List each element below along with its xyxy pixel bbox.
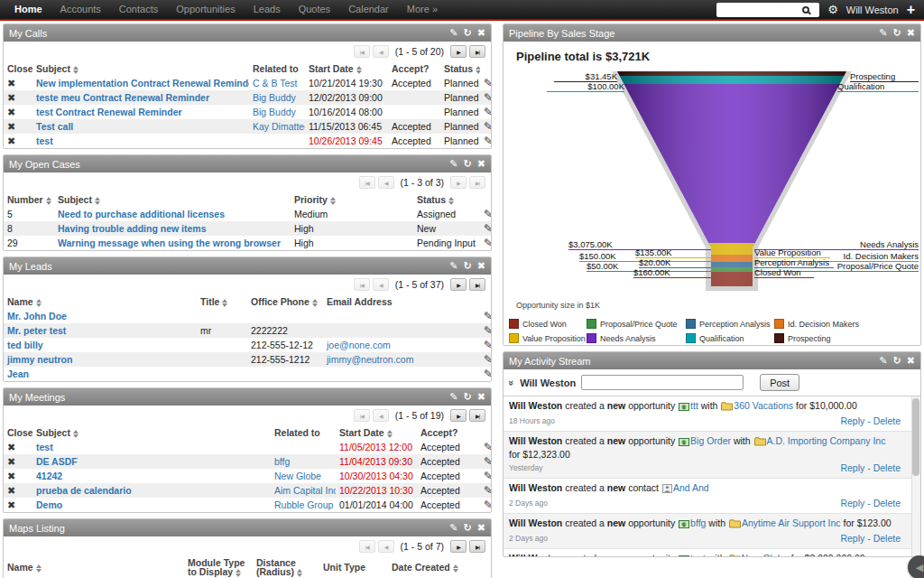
column-header[interactable]: Number (4, 192, 54, 207)
edit-row-icon[interactable]: ✎ (484, 106, 492, 118)
dashlet-header[interactable]: Maps Listing✎↻✖ (4, 519, 491, 536)
close-row-icon[interactable]: ✖ (7, 471, 15, 481)
edit-row-icon[interactable]: ✎ (484, 484, 492, 497)
panel-toggle-button[interactable]: ◀ (908, 555, 924, 578)
post-button[interactable]: Post (760, 374, 799, 391)
next-page-button[interactable]: ▶ (450, 540, 467, 553)
dashlet-header[interactable]: My Calls✎↻✖ (4, 24, 491, 42)
record-link[interactable]: Big Buddy (253, 107, 296, 117)
edit-row-icon[interactable]: ✎ (484, 470, 492, 482)
close-row-icon[interactable]: ✖ (7, 499, 15, 510)
column-header[interactable]: Name (4, 556, 184, 578)
first-page-button[interactable]: |◀ (354, 278, 370, 291)
edit-row-icon[interactable]: ✎ (484, 499, 492, 511)
sort-icon[interactable] (236, 569, 241, 577)
sort-icon[interactable] (36, 564, 42, 573)
close-row-icon[interactable]: ✖ (7, 78, 15, 89)
next-page-button[interactable]: ▶ (450, 176, 467, 189)
gear-icon[interactable]: ⚙ (827, 0, 838, 20)
record-link[interactable]: teste meu Contract Renewal Reminder (36, 92, 209, 103)
dashlet-header[interactable]: My Meetings✎↻✖ (4, 388, 491, 406)
record-link[interactable]: ted billy (7, 340, 43, 350)
activity-account-link[interactable]: 360 Vacations (734, 400, 793, 411)
column-header[interactable]: Start Date (305, 61, 388, 76)
edit-row-icon[interactable]: ✎ (484, 208, 492, 220)
nav-item-leads[interactable]: Leads (245, 0, 290, 20)
close-row-icon[interactable]: ✖ (7, 485, 15, 496)
refresh-dashlet-icon[interactable]: ↻ (893, 24, 901, 42)
prev-page-button[interactable]: ◀ (373, 409, 389, 422)
activity-record-link[interactable]: ttt (690, 400, 698, 411)
record-link[interactable]: Aim Capital Inc (274, 485, 336, 496)
column-header[interactable]: Start Date (336, 425, 417, 440)
record-link[interactable]: jimmy neutron (7, 354, 72, 365)
refresh-dashlet-icon[interactable]: ↻ (464, 24, 472, 42)
column-header[interactable]: Office Phone (247, 294, 323, 309)
sort-icon[interactable] (46, 197, 51, 205)
reply-link[interactable]: Reply (840, 415, 864, 426)
dashlet-header[interactable]: My Activity Stream ✎ ↻ ✖ (504, 352, 920, 369)
edit-dashlet-icon[interactable]: ✎ (879, 352, 887, 369)
column-header[interactable]: Status (440, 61, 480, 76)
column-header[interactable]: Title (197, 294, 247, 309)
close-row-icon[interactable]: ✖ (7, 92, 15, 103)
close-dashlet-icon[interactable]: ✖ (907, 24, 915, 42)
edit-row-icon[interactable]: ✎ (484, 353, 492, 366)
record-link[interactable]: Kay Dimatteo (253, 121, 305, 132)
edit-row-icon[interactable]: ✎ (484, 120, 492, 133)
column-header[interactable]: Module Type to Display (184, 556, 253, 578)
first-page-button[interactable]: |◀ (354, 45, 370, 58)
record-link[interactable]: bffg (274, 456, 290, 467)
edit-dashlet-icon[interactable]: ✎ (449, 24, 457, 42)
edit-dashlet-icon[interactable]: ✎ (449, 388, 457, 406)
edit-row-icon[interactable]: ✎ (484, 91, 492, 104)
edit-row-icon[interactable]: ✎ (484, 339, 492, 351)
activity-post-input[interactable] (581, 375, 744, 390)
close-dashlet-icon[interactable]: ✖ (477, 519, 485, 536)
global-search[interactable] (716, 3, 819, 17)
close-row-icon[interactable]: ✖ (7, 456, 15, 467)
last-page-button[interactable]: ▶| (469, 176, 485, 189)
refresh-dashlet-icon[interactable]: ↻ (893, 352, 901, 369)
edit-row-icon[interactable]: ✎ (484, 368, 492, 380)
delete-link[interactable]: Delete (873, 462, 901, 473)
dashlet-header[interactable]: Pipeline By Sales Stage ✎ ↻ ✖ (504, 24, 920, 42)
column-header[interactable]: Subject (32, 61, 249, 76)
next-page-button[interactable]: ▶ (450, 45, 467, 58)
dashlet-header[interactable]: My Open Cases✎↻✖ (4, 155, 491, 172)
record-link[interactable]: prueba de calendario (36, 485, 132, 496)
reply-link[interactable]: Reply (840, 533, 864, 544)
activity-record-link[interactable]: And And (673, 482, 709, 493)
nav-item-accounts[interactable]: Accounts (51, 0, 110, 20)
record-link[interactable]: Having trouble adding new items (58, 223, 207, 234)
record-link[interactable]: test (36, 442, 53, 452)
reply-link[interactable]: Reply (840, 498, 864, 508)
record-link[interactable]: Jean (7, 368, 29, 379)
sort-icon[interactable] (222, 299, 227, 307)
record-link[interactable]: DE ASDF (36, 456, 78, 467)
record-link[interactable]: Big Buddy (253, 92, 296, 103)
record-link[interactable]: New Globe (274, 471, 321, 481)
activity-record-link[interactable]: bffg (690, 517, 706, 528)
first-page-button[interactable]: |◀ (354, 409, 370, 422)
sort-icon[interactable] (95, 197, 100, 205)
record-link[interactable]: Rubble Group Inc (274, 499, 336, 510)
prev-page-button[interactable]: ◀ (373, 278, 389, 291)
record-link[interactable]: Warning message when using the wrong bro… (58, 238, 281, 248)
scrollbar-thumb[interactable] (912, 398, 919, 476)
sort-icon[interactable] (73, 430, 79, 438)
nav-item-home[interactable]: Home (5, 0, 51, 20)
nav-item-contacts[interactable]: Contacts (110, 0, 167, 20)
close-dashlet-icon[interactable]: ✖ (477, 155, 485, 172)
sort-icon[interactable] (448, 197, 454, 205)
record-link[interactable]: C & B Test (253, 78, 297, 89)
record-link[interactable]: Demo (36, 499, 62, 510)
edit-row-icon[interactable]: ✎ (484, 441, 492, 453)
sort-icon[interactable] (476, 66, 480, 74)
column-header[interactable]: Subject (32, 425, 271, 440)
edit-row-icon[interactable]: ✎ (484, 77, 492, 89)
nav-item-more[interactable]: More » (398, 0, 447, 20)
edit-dashlet-icon[interactable]: ✎ (449, 155, 457, 172)
next-page-button[interactable]: ▶ (450, 409, 467, 422)
first-page-button[interactable]: |◀ (359, 176, 375, 189)
